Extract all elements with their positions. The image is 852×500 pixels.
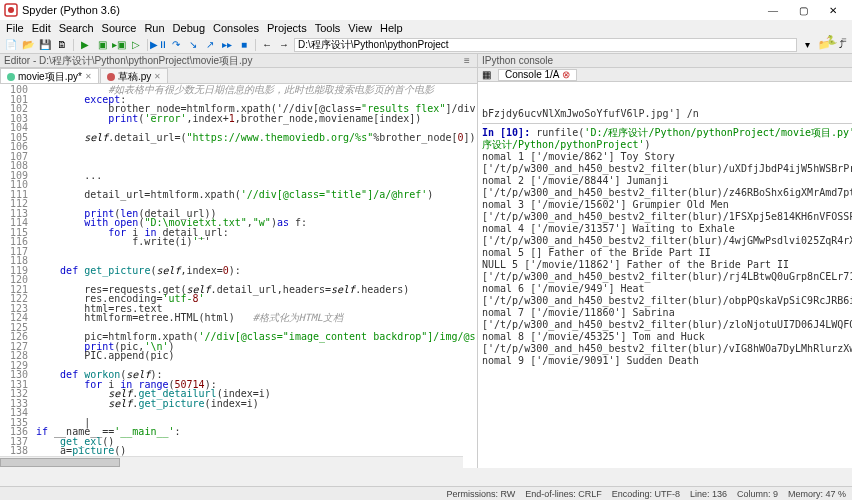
menu-consoles[interactable]: Consoles (209, 22, 263, 34)
editor-pane: Editor - D:\程序设计\Python\pythonProject\mo… (0, 54, 478, 468)
status-permissions: Permissions: RW (446, 489, 515, 499)
menubar: FileEditSearchSourceRunDebugConsolesProj… (0, 20, 852, 36)
menu-search[interactable]: Search (55, 22, 98, 34)
step-into-icon[interactable]: ↘ (186, 38, 200, 52)
cwd-fwd-icon[interactable]: → (277, 38, 291, 52)
file-status-icon (107, 73, 115, 81)
window-titlebar: Spyder (Python 3.6) — ▢ ✕ (0, 0, 852, 20)
spyder-icon (4, 3, 18, 17)
editor-pane-title: Editor - D:\程序设计\Python\pythonProject\mo… (0, 54, 477, 68)
window-minimize-button[interactable]: — (758, 1, 788, 19)
editor-scrollbar-h[interactable] (0, 456, 463, 468)
continue-icon[interactable]: ▸▸ (220, 38, 234, 52)
menu-view[interactable]: View (344, 22, 376, 34)
file-status-icon (7, 73, 15, 81)
console-pane: IPython console ■ ⌫ ≡ ▦ Console 1/A ⊗ bF… (478, 54, 852, 468)
stop-debug-icon[interactable]: ■ (237, 38, 251, 52)
workspace: Editor - D:\程序设计\Python\pythonProject\mo… (0, 54, 852, 468)
window-maximize-button[interactable]: ▢ (788, 1, 818, 19)
open-file-icon[interactable]: 📂 (21, 38, 35, 52)
menu-tools[interactable]: Tools (311, 22, 345, 34)
status-memory: Memory: 47 % (788, 489, 846, 499)
console-tabbar: ▦ Console 1/A ⊗ (478, 68, 852, 82)
console-output[interactable]: bFzjdy6ucvNlXmJwoSoYfufV6lP.jpg'] /nIn [… (478, 82, 852, 468)
tab-label: 草稿.py (118, 70, 151, 84)
toolbar-options-icon[interactable]: ≡ (838, 34, 850, 46)
run-selection-icon[interactable]: ▷ (129, 38, 143, 52)
code-editor[interactable]: 1001011021031041051061071081091101111121… (0, 84, 477, 468)
menu-edit[interactable]: Edit (28, 22, 55, 34)
menu-source[interactable]: Source (98, 22, 141, 34)
new-file-icon[interactable]: 📄 (4, 38, 18, 52)
editor-tab[interactable]: 草稿.py✕ (100, 68, 168, 83)
menu-debug[interactable]: Debug (169, 22, 209, 34)
menu-file[interactable]: File (2, 22, 28, 34)
save-icon[interactable]: 💾 (38, 38, 52, 52)
status-line: Line: 136 (690, 489, 727, 499)
status-eol: End-of-lines: CRLF (525, 489, 602, 499)
run-cell-icon[interactable]: ▣ (95, 38, 109, 52)
console-pane-title: IPython console ■ ⌫ ≡ (478, 54, 852, 68)
tab-close-icon[interactable]: ✕ (154, 72, 161, 81)
window-close-button[interactable]: ✕ (818, 1, 848, 19)
step-out-icon[interactable]: ↗ (203, 38, 217, 52)
toolbar-corner: 🐍 ≡ (825, 34, 850, 46)
svg-point-1 (8, 7, 14, 13)
editor-tab[interactable]: movie项目.py*✕ (0, 68, 99, 83)
line-number-gutter: 1001011021031041051061071081091101111121… (0, 84, 32, 468)
window-title: Spyder (Python 3.6) (22, 4, 758, 16)
tab-label: movie项目.py* (18, 70, 82, 84)
run-icon[interactable]: ▶ (78, 38, 92, 52)
main-toolbar: 📄 📂 💾 🗎 ▶ ▣ ▸▣ ▷ ▶⏸ ↷ ↘ ↗ ▸▸ ■ ← → D:\程序… (0, 36, 852, 54)
tab-close-icon[interactable]: ✕ (85, 72, 92, 81)
editor-options-icon[interactable]: ≡ (461, 55, 473, 67)
status-bar: Permissions: RW End-of-lines: CRLF Encod… (0, 486, 852, 500)
status-encoding: Encoding: UTF-8 (612, 489, 680, 499)
browse-tabs-icon[interactable]: ▦ (482, 69, 494, 81)
menu-help[interactable]: Help (376, 22, 407, 34)
console-tab-close-icon[interactable]: ⊗ (562, 69, 570, 80)
code-area[interactable]: #如表格中有很少数无日期信息的电影，此时也能取搜索电影页的首个电影 except… (32, 84, 477, 468)
debug-icon[interactable]: ▶⏸ (152, 38, 166, 52)
working-directory-input[interactable]: D:\程序设计\Python\pythonProject (294, 38, 797, 52)
save-all-icon[interactable]: 🗎 (55, 38, 69, 52)
run-cell-advance-icon[interactable]: ▸▣ (112, 38, 126, 52)
step-over-icon[interactable]: ↷ (169, 38, 183, 52)
status-column: Column: 9 (737, 489, 778, 499)
menu-run[interactable]: Run (140, 22, 168, 34)
cwd-dropdown-icon[interactable]: ▾ (800, 38, 814, 52)
python-path-icon[interactable]: 🐍 (825, 34, 837, 46)
cwd-back-icon[interactable]: ← (260, 38, 274, 52)
menu-projects[interactable]: Projects (263, 22, 311, 34)
editor-tabs: movie项目.py*✕草稿.py✕ (0, 68, 477, 84)
console-tab[interactable]: Console 1/A ⊗ (498, 69, 577, 81)
